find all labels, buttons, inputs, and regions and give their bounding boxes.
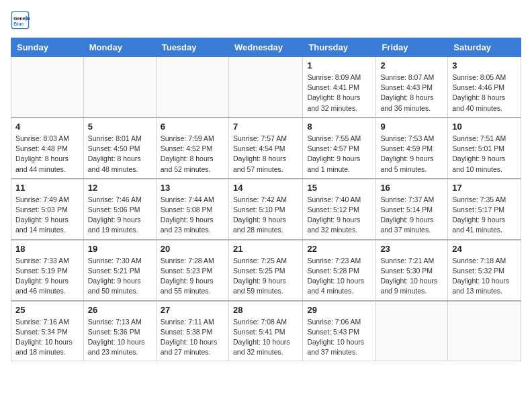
day-number: 11 bbox=[15, 183, 79, 193]
day-number: 25 bbox=[15, 305, 79, 315]
calendar-cell: 11Sunrise: 7:49 AM Sunset: 5:03 PM Dayli… bbox=[11, 179, 84, 240]
calendar-cell: 13Sunrise: 7:44 AM Sunset: 5:08 PM Dayli… bbox=[156, 179, 228, 240]
calendar-cell bbox=[11, 57, 84, 118]
day-detail: Sunrise: 7:28 AM Sunset: 5:23 PM Dayligh… bbox=[161, 256, 224, 297]
weekday-header: Sunday bbox=[11, 38, 84, 57]
calendar-cell: 10Sunrise: 7:51 AM Sunset: 5:01 PM Dayli… bbox=[448, 118, 521, 179]
day-number: 19 bbox=[88, 244, 152, 254]
calendar-cell: 5Sunrise: 8:01 AM Sunset: 4:50 PM Daylig… bbox=[83, 118, 156, 179]
day-number: 2 bbox=[380, 60, 443, 71]
day-detail: Sunrise: 7:33 AM Sunset: 5:19 PM Dayligh… bbox=[15, 256, 79, 297]
day-number: 16 bbox=[380, 183, 443, 193]
logo-icon: General Blue bbox=[11, 11, 30, 30]
day-detail: Sunrise: 7:49 AM Sunset: 5:03 PM Dayligh… bbox=[15, 195, 79, 236]
calendar-cell: 9Sunrise: 7:53 AM Sunset: 4:59 PM Daylig… bbox=[376, 118, 448, 179]
day-detail: Sunrise: 7:30 AM Sunset: 5:21 PM Dayligh… bbox=[88, 256, 152, 297]
calendar-cell: 7Sunrise: 7:57 AM Sunset: 4:54 PM Daylig… bbox=[228, 118, 302, 179]
day-number: 5 bbox=[88, 122, 152, 132]
calendar-cell: 24Sunrise: 7:18 AM Sunset: 5:32 PM Dayli… bbox=[448, 240, 521, 301]
calendar-cell: 25Sunrise: 7:16 AM Sunset: 5:34 PM Dayli… bbox=[11, 301, 84, 361]
day-detail: Sunrise: 7:08 AM Sunset: 5:41 PM Dayligh… bbox=[233, 317, 298, 358]
calendar-cell: 1Sunrise: 8:09 AM Sunset: 4:41 PM Daylig… bbox=[303, 57, 376, 118]
day-detail: Sunrise: 7:57 AM Sunset: 4:54 PM Dayligh… bbox=[233, 134, 298, 175]
day-detail: Sunrise: 7:13 AM Sunset: 5:36 PM Dayligh… bbox=[88, 317, 152, 358]
day-detail: Sunrise: 7:11 AM Sunset: 5:38 PM Dayligh… bbox=[161, 317, 224, 358]
day-detail: Sunrise: 8:01 AM Sunset: 4:50 PM Dayligh… bbox=[88, 134, 152, 175]
day-detail: Sunrise: 7:37 AM Sunset: 5:14 PM Dayligh… bbox=[380, 195, 443, 236]
day-number: 13 bbox=[161, 183, 224, 193]
day-detail: Sunrise: 7:06 AM Sunset: 5:43 PM Dayligh… bbox=[307, 317, 371, 358]
calendar-cell: 29Sunrise: 7:06 AM Sunset: 5:43 PM Dayli… bbox=[303, 301, 376, 361]
calendar-cell: 21Sunrise: 7:25 AM Sunset: 5:25 PM Dayli… bbox=[228, 240, 302, 301]
day-number: 3 bbox=[452, 60, 517, 71]
calendar: SundayMondayTuesdayWednesdayThursdayFrid… bbox=[11, 38, 521, 361]
weekday-header: Thursday bbox=[303, 38, 376, 57]
calendar-cell: 17Sunrise: 7:35 AM Sunset: 5:17 PM Dayli… bbox=[448, 179, 521, 240]
weekday-header: Monday bbox=[83, 38, 156, 57]
calendar-cell: 8Sunrise: 7:55 AM Sunset: 4:57 PM Daylig… bbox=[303, 118, 376, 179]
calendar-cell bbox=[448, 301, 521, 361]
day-detail: Sunrise: 7:25 AM Sunset: 5:25 PM Dayligh… bbox=[233, 256, 298, 297]
calendar-cell: 19Sunrise: 7:30 AM Sunset: 5:21 PM Dayli… bbox=[83, 240, 156, 301]
calendar-cell: 18Sunrise: 7:33 AM Sunset: 5:19 PM Dayli… bbox=[11, 240, 84, 301]
day-number: 26 bbox=[88, 305, 152, 315]
calendar-cell: 28Sunrise: 7:08 AM Sunset: 5:41 PM Dayli… bbox=[228, 301, 302, 361]
day-detail: Sunrise: 7:21 AM Sunset: 5:30 PM Dayligh… bbox=[380, 256, 443, 297]
day-number: 17 bbox=[452, 183, 517, 193]
day-number: 28 bbox=[233, 305, 298, 315]
day-number: 6 bbox=[161, 122, 224, 132]
calendar-cell: 23Sunrise: 7:21 AM Sunset: 5:30 PM Dayli… bbox=[376, 240, 448, 301]
day-detail: Sunrise: 8:09 AM Sunset: 4:41 PM Dayligh… bbox=[307, 73, 371, 113]
day-number: 21 bbox=[233, 244, 298, 254]
svg-text:Blue: Blue bbox=[13, 21, 24, 26]
weekday-header: Tuesday bbox=[156, 38, 228, 57]
calendar-cell: 22Sunrise: 7:23 AM Sunset: 5:28 PM Dayli… bbox=[303, 240, 376, 301]
day-detail: Sunrise: 8:07 AM Sunset: 4:43 PM Dayligh… bbox=[380, 73, 443, 113]
day-number: 20 bbox=[161, 244, 224, 254]
day-number: 18 bbox=[15, 244, 79, 254]
day-detail: Sunrise: 7:16 AM Sunset: 5:34 PM Dayligh… bbox=[15, 317, 79, 358]
calendar-cell: 14Sunrise: 7:42 AM Sunset: 5:10 PM Dayli… bbox=[228, 179, 302, 240]
day-detail: Sunrise: 7:18 AM Sunset: 5:32 PM Dayligh… bbox=[452, 256, 517, 297]
logo: General Blue bbox=[11, 11, 32, 30]
calendar-cell: 2Sunrise: 8:07 AM Sunset: 4:43 PM Daylig… bbox=[376, 57, 448, 118]
calendar-cell bbox=[83, 57, 156, 118]
day-detail: Sunrise: 8:03 AM Sunset: 4:48 PM Dayligh… bbox=[15, 134, 79, 175]
day-detail: Sunrise: 7:59 AM Sunset: 4:52 PM Dayligh… bbox=[161, 134, 224, 175]
calendar-cell: 20Sunrise: 7:28 AM Sunset: 5:23 PM Dayli… bbox=[156, 240, 228, 301]
weekday-header: Wednesday bbox=[228, 38, 302, 57]
day-number: 23 bbox=[380, 244, 443, 254]
calendar-cell bbox=[376, 301, 448, 361]
weekday-header: Saturday bbox=[448, 38, 521, 57]
day-detail: Sunrise: 7:51 AM Sunset: 5:01 PM Dayligh… bbox=[452, 134, 517, 175]
day-detail: Sunrise: 7:23 AM Sunset: 5:28 PM Dayligh… bbox=[307, 256, 371, 297]
calendar-cell: 12Sunrise: 7:46 AM Sunset: 5:06 PM Dayli… bbox=[83, 179, 156, 240]
day-number: 22 bbox=[307, 244, 371, 254]
day-number: 24 bbox=[452, 244, 517, 254]
day-number: 8 bbox=[307, 122, 371, 132]
day-number: 15 bbox=[307, 183, 371, 193]
calendar-cell: 16Sunrise: 7:37 AM Sunset: 5:14 PM Dayli… bbox=[376, 179, 448, 240]
day-detail: Sunrise: 7:40 AM Sunset: 5:12 PM Dayligh… bbox=[307, 195, 371, 236]
calendar-cell bbox=[228, 57, 302, 118]
day-detail: Sunrise: 7:53 AM Sunset: 4:59 PM Dayligh… bbox=[380, 134, 443, 175]
calendar-cell: 3Sunrise: 8:05 AM Sunset: 4:46 PM Daylig… bbox=[448, 57, 521, 118]
calendar-cell: 27Sunrise: 7:11 AM Sunset: 5:38 PM Dayli… bbox=[156, 301, 228, 361]
calendar-cell bbox=[156, 57, 228, 118]
day-number: 1 bbox=[307, 60, 371, 71]
day-detail: Sunrise: 7:55 AM Sunset: 4:57 PM Dayligh… bbox=[307, 134, 371, 175]
calendar-cell: 15Sunrise: 7:40 AM Sunset: 5:12 PM Dayli… bbox=[303, 179, 376, 240]
day-detail: Sunrise: 7:42 AM Sunset: 5:10 PM Dayligh… bbox=[233, 195, 298, 236]
day-detail: Sunrise: 7:35 AM Sunset: 5:17 PM Dayligh… bbox=[452, 195, 517, 236]
weekday-header: Friday bbox=[376, 38, 448, 57]
day-number: 10 bbox=[452, 122, 517, 132]
day-number: 4 bbox=[15, 122, 79, 132]
day-number: 7 bbox=[233, 122, 298, 132]
day-number: 27 bbox=[161, 305, 224, 315]
calendar-cell: 26Sunrise: 7:13 AM Sunset: 5:36 PM Dayli… bbox=[83, 301, 156, 361]
day-number: 14 bbox=[233, 183, 298, 193]
calendar-cell: 6Sunrise: 7:59 AM Sunset: 4:52 PM Daylig… bbox=[156, 118, 228, 179]
day-number: 29 bbox=[307, 305, 371, 315]
day-detail: Sunrise: 7:44 AM Sunset: 5:08 PM Dayligh… bbox=[161, 195, 224, 236]
day-detail: Sunrise: 7:46 AM Sunset: 5:06 PM Dayligh… bbox=[88, 195, 152, 236]
